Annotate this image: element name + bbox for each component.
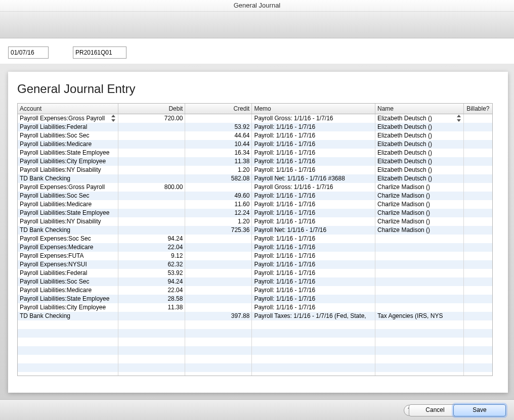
cell-memo[interactable]: Payroll: 1/1/16 - 1/7/16 <box>252 295 375 303</box>
table-row-empty[interactable] <box>18 346 492 355</box>
cell-empty[interactable] <box>375 338 464 346</box>
cell-billable[interactable] <box>463 209 492 217</box>
cell-memo[interactable]: Payroll Gross: 1/1/16 - 1/7/16 <box>252 183 375 192</box>
cell-credit[interactable] <box>185 114 252 123</box>
cell-empty[interactable] <box>375 346 464 355</box>
cell-empty[interactable] <box>185 355 252 363</box>
cell-credit[interactable]: 16.34 <box>185 149 252 157</box>
cell-empty[interactable] <box>18 363 118 372</box>
cell-memo[interactable]: Payroll: 1/1/16 - 1/7/16 <box>252 157 375 166</box>
cell-debit[interactable]: 62.32 <box>118 260 185 269</box>
table-row-empty[interactable] <box>18 372 492 377</box>
save-button[interactable]: Save <box>453 404 506 416</box>
cell-empty[interactable] <box>18 320 118 329</box>
cell-account[interactable]: Payroll Liabilities:Medicare <box>18 286 118 295</box>
cell-empty[interactable] <box>375 329 464 338</box>
cell-debit[interactable] <box>118 200 185 209</box>
cell-name[interactable] <box>375 277 464 286</box>
cell-empty[interactable] <box>463 329 492 338</box>
cell-empty[interactable] <box>18 372 118 377</box>
cell-memo[interactable]: Payroll: 1/1/16 - 1/7/16 <box>252 123 375 131</box>
table-row[interactable]: Payroll Liabilities:Federal53.92Payroll:… <box>18 269 492 277</box>
cell-name[interactable] <box>375 235 464 243</box>
cell-name[interactable]: Charlize Madison () <box>375 192 464 200</box>
cell-debit[interactable]: 11.38 <box>118 303 185 312</box>
cell-empty[interactable] <box>463 372 492 377</box>
cell-credit[interactable] <box>185 235 252 243</box>
cell-empty[interactable] <box>118 355 185 363</box>
cell-name[interactable] <box>375 260 464 269</box>
cell-credit[interactable]: 397.88 <box>185 312 252 320</box>
cell-debit[interactable] <box>118 166 185 174</box>
cell-debit[interactable]: 28.58 <box>118 295 185 303</box>
table-row[interactable]: Payroll Liabilities:State Employee16.34P… <box>18 149 492 157</box>
table-row-empty[interactable] <box>18 363 492 372</box>
table-row[interactable]: Payroll Liabilities:Federal53.92Payroll:… <box>18 123 492 131</box>
col-header-name[interactable]: Name <box>375 104 464 114</box>
cell-credit[interactable]: 725.36 <box>185 226 252 235</box>
cell-debit[interactable] <box>118 226 185 235</box>
cell-memo[interactable]: Payroll Gross: 1/1/16 - 1/7/16 <box>252 114 375 123</box>
reference-field[interactable] <box>73 46 126 59</box>
cell-credit[interactable] <box>185 303 252 312</box>
cell-name[interactable] <box>375 269 464 277</box>
cell-name[interactable]: Charlize Madison () <box>375 183 464 192</box>
cell-billable[interactable] <box>463 260 492 269</box>
cell-billable[interactable] <box>463 174 492 183</box>
cell-debit[interactable]: 720.00 <box>118 114 185 123</box>
cell-empty[interactable] <box>185 346 252 355</box>
cell-empty[interactable] <box>18 338 118 346</box>
cell-empty[interactable] <box>375 363 464 372</box>
cell-empty[interactable] <box>118 346 185 355</box>
table-row[interactable]: Payroll Liabilities:Medicare10.44Payroll… <box>18 140 492 149</box>
cell-memo[interactable]: Payroll: 1/1/16 - 1/7/16 <box>252 149 375 157</box>
table-row-empty[interactable] <box>18 338 492 346</box>
cell-billable[interactable] <box>463 131 492 140</box>
cell-credit[interactable]: 582.08 <box>185 174 252 183</box>
cell-empty[interactable] <box>375 372 464 377</box>
journal-grid[interactable]: Account Debit Credit Memo Name Billable?… <box>17 103 493 376</box>
cell-debit[interactable] <box>118 209 185 217</box>
table-row-empty[interactable] <box>18 355 492 363</box>
cell-name[interactable]: Charlize Madison () <box>375 200 464 209</box>
cell-billable[interactable] <box>463 114 492 123</box>
date-field[interactable] <box>8 46 49 59</box>
cell-debit[interactable] <box>118 140 185 149</box>
cell-memo[interactable]: Payroll Net: 1/1/16 - 1/7/16 #3688 <box>252 174 375 183</box>
cell-debit[interactable] <box>118 192 185 200</box>
col-header-debit[interactable]: Debit <box>118 104 185 114</box>
cell-memo[interactable]: Payroll: 1/1/16 - 1/7/16 <box>252 235 375 243</box>
cell-empty[interactable] <box>18 355 118 363</box>
cell-memo[interactable]: Payroll: 1/1/16 - 1/7/16 <box>252 217 375 226</box>
table-row[interactable]: TD Bank Checking725.36Payroll Net: 1/1/1… <box>18 226 492 235</box>
cell-debit[interactable]: 53.92 <box>118 269 185 277</box>
cell-credit[interactable] <box>185 295 252 303</box>
cell-empty[interactable] <box>18 329 118 338</box>
cell-debit[interactable] <box>118 123 185 131</box>
cell-debit[interactable] <box>118 131 185 140</box>
cell-empty[interactable] <box>463 355 492 363</box>
cell-billable[interactable] <box>463 123 492 131</box>
cell-account[interactable]: Payroll Expenses:NYSUI <box>18 260 118 269</box>
cell-name[interactable]: Elizabeth Deutsch () <box>375 123 464 131</box>
cell-debit[interactable]: 9.12 <box>118 252 185 260</box>
stepper-icon[interactable] <box>456 115 461 122</box>
stepper-icon[interactable] <box>111 115 116 122</box>
cell-name[interactable]: Charlize Madison () <box>375 226 464 235</box>
cell-memo[interactable]: Payroll: 1/1/16 - 1/7/16 <box>252 277 375 286</box>
cell-account[interactable]: Payroll Expenses:Medicare <box>18 243 118 252</box>
cell-account[interactable]: Payroll Liabilities:State Employee <box>18 295 118 303</box>
table-row[interactable]: Payroll Expenses:Gross Payroll800.00Payr… <box>18 183 492 192</box>
cell-memo[interactable]: Payroll: 1/1/16 - 1/7/16 <box>252 243 375 252</box>
cell-account[interactable]: Payroll Liabilities:Federal <box>18 269 118 277</box>
cell-credit[interactable]: 12.24 <box>185 209 252 217</box>
table-row[interactable]: Payroll Expenses:Medicare22.04Payroll: 1… <box>18 243 492 252</box>
table-row[interactable]: Payroll Liabilities:Soc Sec49.60Payroll:… <box>18 192 492 200</box>
cell-empty[interactable] <box>118 329 185 338</box>
cell-name[interactable]: Charlize Madison () <box>375 217 464 226</box>
cell-debit[interactable]: 800.00 <box>118 183 185 192</box>
cell-debit[interactable] <box>118 157 185 166</box>
table-row[interactable]: TD Bank Checking397.88Payroll Taxes: 1/1… <box>18 312 492 320</box>
cell-empty[interactable] <box>185 320 252 329</box>
table-row[interactable]: Payroll Liabilities:NY Disability1.20Pay… <box>18 166 492 174</box>
